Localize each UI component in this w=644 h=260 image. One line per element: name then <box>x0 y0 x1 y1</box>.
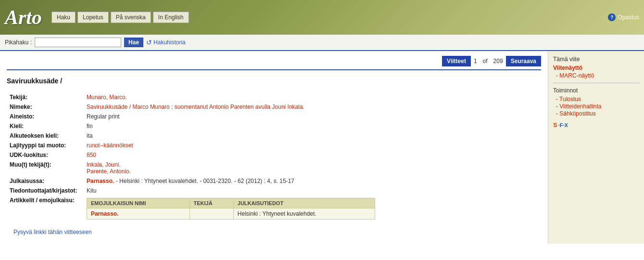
header-right: ? Opastus <box>608 13 639 21</box>
field-row-tekija: Tekijä: Munaro, Marco. <box>7 92 541 102</box>
field-label-alkukieli: Alkuteoksen kieli: <box>7 131 84 141</box>
col-tekija: TEKIJÄ <box>189 198 233 208</box>
articles-table: EMOJULKAISUN NIMI TEKIJÄ JULKAISUTIEDOT … <box>87 198 375 220</box>
field-row-julkaisussa: Julkaisussa: Parnasso. - Helsinki : Yhty… <box>7 176 541 186</box>
viitteidenhallinta-link[interactable]: - Viitteidenhallinta <box>556 103 639 110</box>
field-value-aineisto: Regular print <box>84 112 541 121</box>
col-julkaisutiedot: JULKAISUTIEDOT <box>233 198 375 208</box>
fields-table: Tekijä: Munaro, Marco. Nimeke: Saviruukk… <box>7 92 541 221</box>
field-value-alkukieli: ita <box>84 131 541 141</box>
permanent-link[interactable]: Pysyvä linkki tähän viitteeseen <box>7 229 541 235</box>
lopetus-button[interactable]: Lopetus <box>77 12 109 23</box>
viitteet-button[interactable]: Viitteet <box>442 56 471 66</box>
field-label-udk: UDK-luokitus: <box>7 150 84 160</box>
svenska-button[interactable]: På svenska <box>111 12 151 23</box>
articles-cell-pub: Helsinki : Yhtyneet kuvalehdet. <box>233 208 375 220</box>
search-button[interactable]: Hae <box>124 38 143 47</box>
lajityyppi-link[interactable]: runot--käännökset <box>87 142 133 149</box>
field-row-nimeke: Nimeke: Saviruukkusäde / Marco Munaro ; … <box>7 102 541 112</box>
field-row-alkukieli: Alkuteoksen kieli: ita <box>7 131 541 141</box>
articles-row: Parnasso. Helsinki : Yhtyneet kuvalehdet… <box>87 208 375 220</box>
search-bar: Pikahaku : Hae ↺ Hakuhistoria <box>0 35 644 51</box>
field-label-kieli: Kieli: <box>7 121 84 131</box>
field-row-kieli: Kieli: fin <box>7 121 541 131</box>
help-icon: ? <box>608 13 616 21</box>
field-value-tiedon: Kitu <box>84 186 541 195</box>
field-value-muutekija: Inkala, Jouni. Parente, Antonio. <box>84 160 541 176</box>
help-label[interactable]: Opastus <box>618 14 639 21</box>
content-area: Viitteet 1 of 209 Seuraava Saviruukkusäd… <box>0 51 548 244</box>
nimeke-link[interactable]: Saviruukkusäde / Marco Munaro ; suomenta… <box>87 104 304 110</box>
sidebar-divider <box>553 83 639 83</box>
field-row-aineisto: Aineisto: Regular print <box>7 112 541 121</box>
field-row-udk: UDK-luokitus: 850 <box>7 150 541 160</box>
field-value-julkaisussa: Parnasso. - Helsinki : Yhtyneet kuvalehd… <box>84 176 541 186</box>
field-value-artikkelit: EMOJULKAISUN NIMI TEKIJÄ JULKAISUTIEDOT … <box>84 195 541 221</box>
search-history-link[interactable]: ↺ Hakuhistoria <box>146 39 186 46</box>
field-label-muutekija: Muu(t) tekijä(t): <box>7 160 84 176</box>
sahkopostitus-link[interactable]: - Sähköpostitus <box>556 110 639 117</box>
sidebar-section-toiminnot: Toiminnot <box>553 87 639 94</box>
field-value-nimeke: Saviruukkusäde / Marco Munaro ; suomenta… <box>84 102 541 112</box>
nav-buttons: Haku Lopetus På svenska In English <box>51 12 189 23</box>
articles-cell-name: Parnasso. <box>87 208 190 220</box>
search-input[interactable] <box>35 38 121 47</box>
viitenaytto-link[interactable]: Viitenäyttö <box>553 65 639 71</box>
field-label-tekija: Tekijä: <box>7 92 84 102</box>
parnasso-link[interactable]: Parnasso. <box>91 210 118 217</box>
field-label-nimeke: Nimeke: <box>7 102 84 112</box>
page-of: of <box>483 58 488 65</box>
header: Arto Haku Lopetus På svenska In English … <box>0 0 644 35</box>
tekija-link[interactable]: Munaro, Marco. <box>87 94 127 101</box>
sfx-s-icon: S <box>553 121 557 129</box>
muutekija-link-1[interactable]: Inkala, Jouni. <box>87 161 121 168</box>
articles-cell-author <box>189 208 233 220</box>
field-value-kieli: fin <box>84 121 541 131</box>
tulostus-link[interactable]: - Tulostus <box>556 96 639 103</box>
search-label: Pikahaku : <box>5 39 32 46</box>
marc-naytto-link[interactable]: - MARC-näyttö <box>556 72 639 79</box>
history-icon: ↺ <box>146 39 152 46</box>
muutekija-link-2[interactable]: Parente, Antonio. <box>87 168 131 175</box>
field-label-tiedon: Tiedontuottajat/kirjastot: <box>7 186 84 195</box>
col-emojulkaisu: EMOJULKAISUN NIMI <box>87 198 190 208</box>
pagination-bar: Viitteet 1 of 209 Seuraava <box>7 56 541 70</box>
page-total: 209 <box>493 58 503 65</box>
sidebar-section-viite: Tämä viite <box>553 56 639 63</box>
udk-link[interactable]: 850 <box>87 152 96 158</box>
history-label: Hakuhistoria <box>153 39 186 46</box>
articles-header-row: EMOJULKAISUN NIMI TEKIJÄ JULKAISUTIEDOT <box>87 198 375 208</box>
field-row-muutekija: Muu(t) tekijä(t): Inkala, Jouni. Parente… <box>7 160 541 176</box>
field-label-julkaisussa: Julkaisussa: <box>7 176 84 186</box>
main-container: Viitteet 1 of 209 Seuraava Saviruukkusäd… <box>0 51 644 244</box>
sfx-logo[interactable]: S ·F·X <box>553 121 568 129</box>
field-row-lajityyppi: Lajityyppi tai muoto: runot--käännökset <box>7 141 541 150</box>
field-value-lajityyppi: runot--käännökset <box>84 141 541 150</box>
field-value-tekija: Munaro, Marco. <box>84 92 541 102</box>
page-current: 1 <box>474 58 477 65</box>
field-value-udk: 850 <box>84 150 541 160</box>
record-title: Saviruukkusäde / <box>7 77 541 85</box>
sidebar: Tämä viite Viitenäyttö - MARC-näyttö Toi… <box>548 51 644 244</box>
field-row-artikkelit: Artikkelit / emojulkaisu: EMOJULKAISUN N… <box>7 195 541 221</box>
field-label-aineisto: Aineisto: <box>7 112 84 121</box>
julkaisussa-link[interactable]: Parnasso. <box>87 178 114 184</box>
next-button[interactable]: Seuraava <box>506 56 541 66</box>
field-row-tiedon: Tiedontuottajat/kirjastot: Kitu <box>7 186 541 195</box>
field-label-lajityyppi: Lajityyppi tai muoto: <box>7 141 84 150</box>
sfx-text: ·F·X <box>558 122 568 128</box>
haku-button[interactable]: Haku <box>51 12 76 23</box>
logo: Arto <box>5 6 42 29</box>
field-label-artikkelit: Artikkelit / emojulkaisu: <box>7 195 84 221</box>
english-button[interactable]: In English <box>153 12 189 23</box>
